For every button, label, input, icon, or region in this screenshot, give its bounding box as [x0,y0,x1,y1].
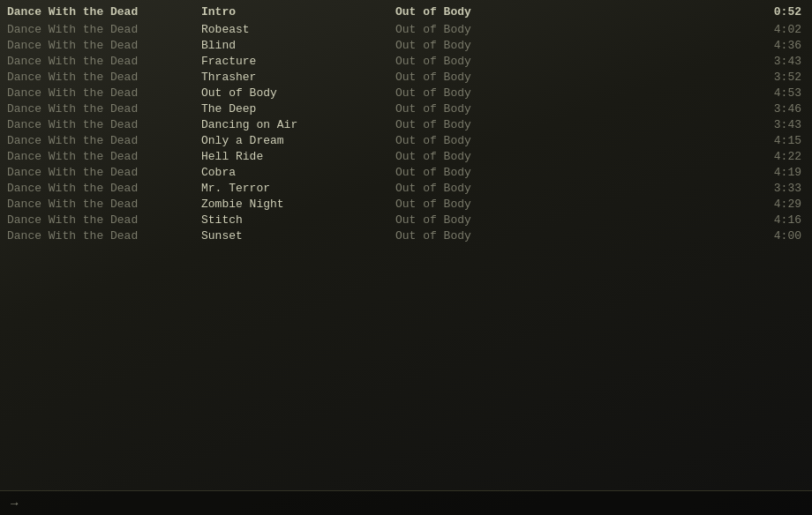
track-duration: 4:53 [748,86,801,100]
track-album: Out of Body [395,213,748,227]
track-title: Cobra [201,166,395,179]
track-title: Blind [201,39,395,52]
track-album: Out of Body [395,229,748,243]
track-artist: Dance With the Dead [7,198,201,211]
track-duration: 3:43 [748,55,801,68]
track-title: Only a Dream [201,134,395,147]
track-album: Out of Body [395,23,748,36]
track-artist: Dance With the Dead [7,213,201,227]
track-title: Stitch [201,213,395,227]
track-album: Out of Body [395,182,748,195]
bottom-bar: → [0,490,812,515]
track-row[interactable]: Dance With the DeadStitchOut of Body4:16 [0,212,812,228]
track-duration: 3:46 [748,102,801,116]
track-artist: Dance With the Dead [7,150,201,163]
track-title: The Deep [201,102,395,116]
track-artist: Dance With the Dead [7,118,201,131]
track-duration: 3:52 [748,71,801,84]
track-artist: Dance With the Dead [7,23,201,36]
track-album: Out of Body [395,71,748,84]
track-duration: 4:00 [748,229,801,243]
track-title: Dancing on Air [201,118,395,131]
track-title: Zombie Night [201,198,395,211]
track-artist: Dance With the Dead [7,39,201,52]
track-album: Out of Body [395,55,748,68]
track-duration: 4:22 [748,150,801,163]
track-row[interactable]: Dance With the DeadThe DeepOut of Body3:… [0,101,812,116]
track-album: Out of Body [395,118,748,131]
track-artist: Dance With the Dead [7,55,201,68]
track-title: Thrasher [201,71,395,84]
track-artist: Dance With the Dead [7,102,201,116]
track-duration: 4:15 [748,134,801,147]
track-duration: 4:19 [748,166,801,179]
header-duration: 0:52 [748,5,801,19]
track-duration: 3:43 [748,118,801,131]
arrow-icon: → [11,496,18,511]
track-album: Out of Body [395,134,748,147]
track-row[interactable]: Dance With the DeadMr. TerrorOut of Body… [0,180,812,196]
track-row[interactable]: Dance With the DeadCobraOut of Body4:19 [0,164,812,180]
track-row[interactable]: Dance With the DeadBlindOut of Body4:36 [0,37,812,53]
track-artist: Dance With the Dead [7,86,201,100]
track-title: Robeast [201,23,395,36]
track-list-header: Dance With the Dead Intro Out of Body 0:… [0,4,812,19]
track-album: Out of Body [395,86,748,100]
track-artist: Dance With the Dead [7,71,201,84]
track-row[interactable]: Dance With the DeadDancing on AirOut of … [0,116,812,132]
track-row[interactable]: Dance With the DeadOnly a DreamOut of Bo… [0,132,812,148]
track-album: Out of Body [395,198,748,211]
track-duration: 4:29 [748,198,801,211]
track-row[interactable]: Dance With the DeadThrasherOut of Body3:… [0,69,812,85]
track-artist: Dance With the Dead [7,134,201,147]
track-title: Fracture [201,55,395,68]
track-row[interactable]: Dance With the DeadOut of BodyOut of Bod… [0,85,812,101]
track-title: Sunset [201,229,395,243]
track-row[interactable]: Dance With the DeadRobeastOut of Body4:0… [0,21,812,37]
track-duration: 4:16 [748,213,801,227]
track-row[interactable]: Dance With the DeadZombie NightOut of Bo… [0,196,812,212]
track-title: Mr. Terror [201,182,395,195]
track-album: Out of Body [395,166,748,179]
track-album: Out of Body [395,150,748,163]
track-duration: 4:02 [748,23,801,36]
track-list: Dance With the Dead Intro Out of Body 0:… [0,0,812,247]
track-album: Out of Body [395,39,748,52]
track-title: Out of Body [201,86,395,100]
track-duration: 4:36 [748,39,801,52]
track-row[interactable]: Dance With the DeadFractureOut of Body3:… [0,53,812,69]
track-row[interactable]: Dance With the DeadHell RideOut of Body4… [0,148,812,164]
header-title: Intro [201,5,395,19]
track-row[interactable]: Dance With the DeadSunsetOut of Body4:00 [0,228,812,243]
track-artist: Dance With the Dead [7,229,201,243]
header-album: Out of Body [395,5,748,19]
track-title: Hell Ride [201,150,395,163]
track-duration: 3:33 [748,182,801,195]
header-artist: Dance With the Dead [7,5,201,19]
track-album: Out of Body [395,102,748,116]
track-artist: Dance With the Dead [7,166,201,179]
track-artist: Dance With the Dead [7,182,201,195]
